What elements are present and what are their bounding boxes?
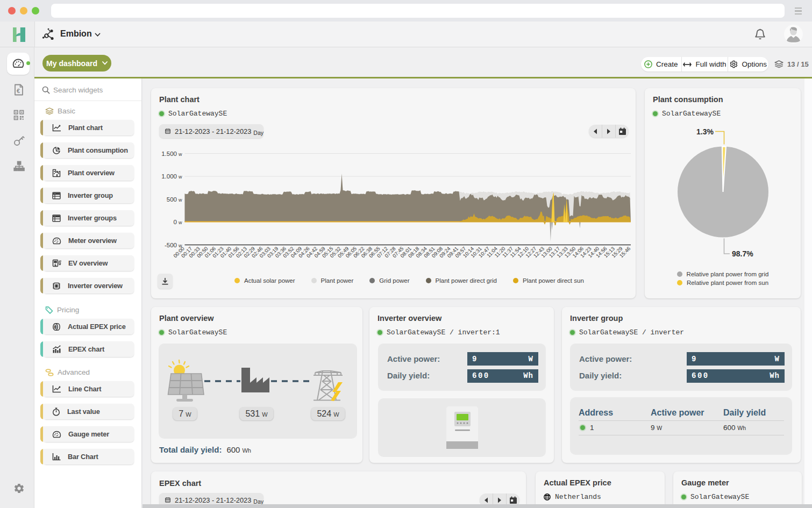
svg-text:1.3%: 1.3% bbox=[696, 127, 714, 136]
svg-text:500: 500 bbox=[167, 196, 177, 203]
svg-text:w: w bbox=[178, 174, 182, 180]
svg-text:0: 0 bbox=[174, 219, 177, 225]
svg-text:1.000: 1.000 bbox=[161, 173, 177, 180]
svg-text:1.500: 1.500 bbox=[161, 151, 177, 157]
svg-text:w: w bbox=[178, 197, 182, 203]
svg-text:w: w bbox=[178, 152, 182, 157]
svg-text:€: € bbox=[54, 324, 57, 329]
svg-text:98.7%: 98.7% bbox=[732, 249, 753, 258]
svg-text:-500: -500 bbox=[165, 242, 177, 248]
svg-text:w: w bbox=[178, 220, 182, 225]
svg-text:€: € bbox=[17, 88, 20, 94]
